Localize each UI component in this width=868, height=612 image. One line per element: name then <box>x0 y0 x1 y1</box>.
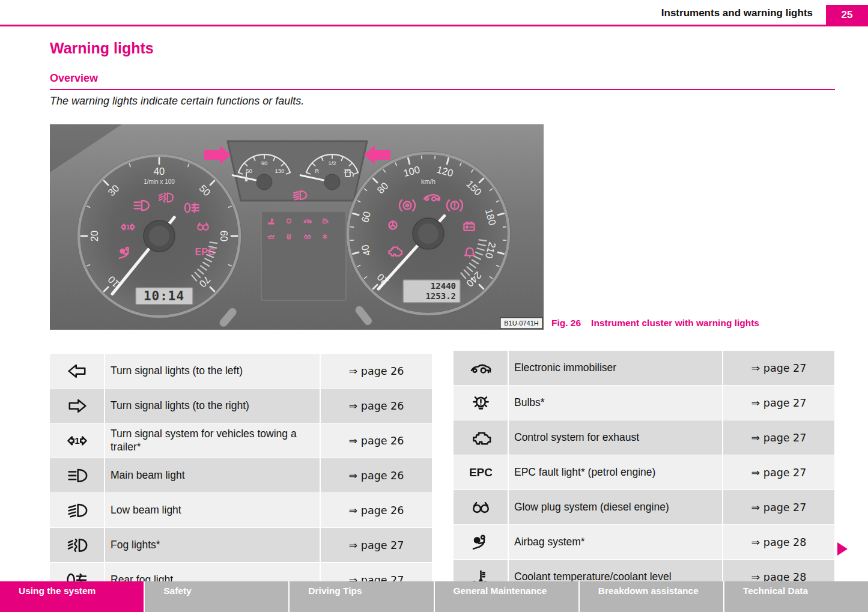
svg-text:1: 1 <box>126 223 130 231</box>
svg-text:km/h: km/h <box>421 178 436 185</box>
bulb-icon <box>454 386 508 420</box>
manual-page: Instruments and warning lights 25 Warnin… <box>0 0 868 612</box>
svg-text:R: R <box>315 168 319 174</box>
warning-lights-table-left: Turn signal lights (to the left)⇒ page 2… <box>50 354 432 598</box>
table-row: Fog lights*⇒ page 27 <box>50 528 432 562</box>
warning-light-label: Turn signal lights (to the left) <box>105 354 320 388</box>
svg-text:12440: 12440 <box>431 281 456 291</box>
svg-text:1253.2: 1253.2 <box>425 291 456 301</box>
svg-text:90: 90 <box>261 160 268 166</box>
svg-text:130: 130 <box>275 168 284 174</box>
footer-tab-technical-data[interactable]: Technical Data <box>724 581 868 612</box>
svg-text:40: 40 <box>154 166 165 177</box>
svg-text:60: 60 <box>219 231 229 241</box>
epc-icon: EPC <box>454 455 508 489</box>
table-row: 1Turn signal system for vehicles towing … <box>50 423 432 458</box>
svg-text:1: 1 <box>74 435 79 446</box>
instrument-cluster-image: 5090130R1/21/1102030405060701/min x 1001… <box>50 124 544 330</box>
page-reference[interactable]: ⇒ page 27 <box>723 351 834 385</box>
footer-tab-driving-tips[interactable]: Driving Tips <box>290 581 433 612</box>
figure-label: Fig. 26 <box>551 318 581 329</box>
table-row: Airbag system*⇒ page 28 <box>454 525 834 559</box>
airbag-icon <box>454 525 508 559</box>
svg-text:10:14: 10:14 <box>144 289 184 303</box>
page-reference[interactable]: ⇒ page 26 <box>321 423 432 458</box>
svg-text:1/min x 100: 1/min x 100 <box>144 178 175 185</box>
turn-trailer-icon: 1 <box>50 423 104 458</box>
footer-tab-breakdown-assistance[interactable]: Breakdown assistance <box>580 581 723 612</box>
table-row: Turn signal lights (to the right)⇒ page … <box>50 389 432 423</box>
section-heading-block: Overview <box>50 72 835 90</box>
main-beam-icon <box>50 458 104 492</box>
warning-light-label: Airbag system* <box>509 525 722 559</box>
immobiliser-icon <box>454 351 508 385</box>
low-beam-icon <box>50 493 104 527</box>
section-heading: Overview <box>50 72 835 85</box>
page-reference[interactable]: ⇒ page 27 <box>723 455 834 489</box>
figure-caption-text: Instrument cluster with warning lights <box>591 318 759 329</box>
warning-light-label: Glow plug system (diesel engine) <box>509 490 722 524</box>
warning-light-label: Fog lights* <box>105 528 320 562</box>
footer-tab-using-the-system[interactable]: Using the system <box>0 581 144 612</box>
turn-right-icon <box>50 389 104 423</box>
svg-text:20: 20 <box>89 231 100 241</box>
warning-light-label: Main beam light <box>105 458 320 492</box>
footer-nav: Using the systemSafetyDriving TipsGenera… <box>0 581 868 612</box>
svg-text:EPC: EPC <box>195 247 215 257</box>
continuation-arrow-icon <box>837 542 848 556</box>
table-row: Electronic immobiliser⇒ page 27 <box>454 351 834 385</box>
table-row: Glow plug system (diesel engine)⇒ page 2… <box>454 490 834 524</box>
warning-lights-table-right: Electronic immobiliser⇒ page 27Bulbs*⇒ p… <box>454 351 834 595</box>
intro-text: The warning lights indicate certain func… <box>50 95 304 108</box>
table-row: Low beam light⇒ page 26 <box>50 493 432 527</box>
fog-light-icon <box>50 528 104 562</box>
footer-tab-general-maintenance[interactable]: General Maintenance <box>435 581 578 612</box>
page-reference[interactable]: ⇒ page 26 <box>321 389 432 423</box>
warning-light-label: Control system for exhaust <box>509 420 722 455</box>
warning-light-label: Turn signal system for vehicles towing a… <box>105 423 320 458</box>
page-title: Warning lights <box>50 40 154 57</box>
table-row: Turn signal lights (to the left)⇒ page 2… <box>50 354 432 388</box>
page-reference[interactable]: ⇒ page 27 <box>723 420 834 455</box>
page-reference[interactable]: ⇒ page 26 <box>321 458 432 492</box>
warning-light-label: Low beam light <box>105 493 320 527</box>
warning-light-label: Bulbs* <box>509 386 722 420</box>
page-number-badge: 25 <box>826 5 868 25</box>
warning-light-label: EPC fault light* (petrol engine) <box>509 455 722 489</box>
table-row: EPCEPC fault light* (petrol engine)⇒ pag… <box>454 455 834 489</box>
page-reference[interactable]: ⇒ page 27 <box>321 528 432 562</box>
svg-text:B1U-0741H: B1U-0741H <box>504 320 539 327</box>
figure-caption: Fig. 26 Instrument cluster with warning … <box>551 318 759 329</box>
page-reference[interactable]: ⇒ page 26 <box>321 493 432 527</box>
page-reference[interactable]: ⇒ page 27 <box>723 490 834 524</box>
warning-light-label: Turn signal lights (to the right) <box>105 389 320 423</box>
header-rule <box>0 25 868 26</box>
exhaust-icon <box>454 420 508 455</box>
table-row: Main beam light⇒ page 26 <box>50 458 432 492</box>
warning-light-label: Electronic immobiliser <box>509 351 722 385</box>
glow-plug-icon <box>454 490 508 524</box>
footer-tab-safety[interactable]: Safety <box>145 581 288 612</box>
table-row: Bulbs*⇒ page 27 <box>454 386 834 420</box>
svg-text:EPC: EPC <box>470 466 492 479</box>
svg-text:1/2: 1/2 <box>328 160 336 166</box>
page-header-title: Instruments and warning lights <box>661 7 813 19</box>
page-reference[interactable]: ⇒ page 28 <box>723 525 834 559</box>
page-reference[interactable]: ⇒ page 26 <box>321 354 432 388</box>
table-row: Control system for exhaust⇒ page 27 <box>454 420 834 455</box>
page-reference[interactable]: ⇒ page 27 <box>723 386 834 420</box>
turn-left-icon <box>50 354 104 388</box>
